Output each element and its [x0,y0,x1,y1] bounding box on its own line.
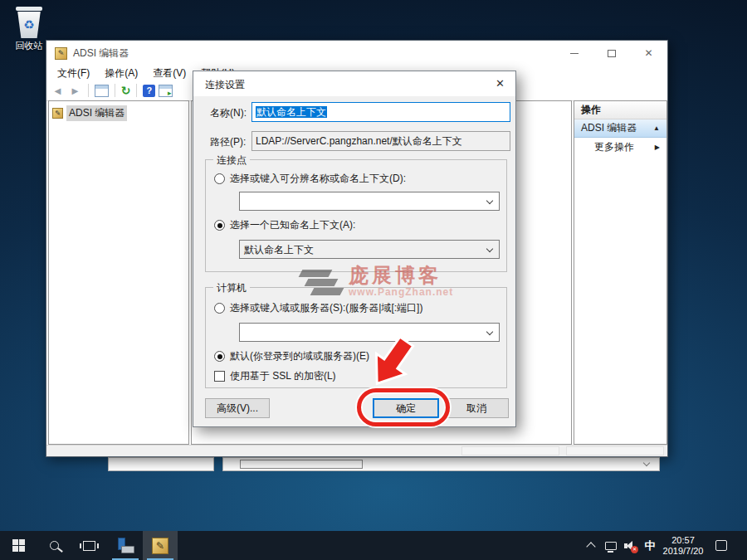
adsi-app-icon: ✎ [55,47,67,60]
taskbar-server-manager[interactable] [108,531,143,560]
tray-ime[interactable]: 中 [641,531,659,560]
maximize-icon [608,50,616,57]
radio-known-naming-context[interactable]: 选择一个已知命名上下文(A): [214,218,355,232]
chevron-down-icon [486,329,493,335]
start-button[interactable] [0,531,37,560]
radio-domain-or-server[interactable]: 选择或键入域或服务器(S):(服务器|域[:端口]) [214,301,422,315]
action-center-icon [715,540,727,551]
radio-checked-icon [214,351,225,362]
radio-checked-icon [214,220,225,231]
search-button[interactable] [37,531,71,560]
search-icon [50,541,59,550]
maximize-button[interactable] [593,41,630,66]
dialog-title: 连接设置 [205,78,245,92]
name-label: 名称(N): [210,106,247,120]
background-window-fragment [108,457,214,471]
toolbar-separator [115,84,115,97]
dialog-close-icon[interactable]: ✕ [496,77,505,90]
adsi-taskbar-icon: ✎ [152,538,168,554]
chevron-down-icon [643,460,650,466]
minimize-button[interactable] [555,41,593,66]
recycle-bin-icon: ♻ [17,12,42,38]
tray-network[interactable] [601,531,621,560]
actions-group-adsi-editor[interactable]: ADSI 编辑器 ▲ [574,119,666,138]
close-button[interactable]: ✕ [630,41,667,66]
adsi-node-icon: ✎ [52,108,63,119]
task-view-icon [83,541,95,551]
distinguished-name-combobox[interactable] [239,192,500,211]
radio-distinguished-name[interactable]: 选择或键入可分辨名称或命名上下文(D): [214,172,406,186]
cancel-button[interactable]: 取消 [444,398,509,418]
radio-domain-or-server-label: 选择或键入域或服务器(S):(服务器|域[:端口]) [230,301,422,315]
menu-view[interactable]: 查看(V) [145,66,193,81]
chevron-down-icon [486,197,493,204]
actions-pane: 操作 ADSI 编辑器 ▲ 更多操作 ▶ [574,100,667,445]
known-naming-context-combobox[interactable]: 默认命名上下文 [239,240,500,259]
toolbar-separator [136,84,137,97]
ssl-checkbox-label: 使用基于 SSL 的加密(L) [230,369,336,383]
tray-volume[interactable]: ✕ [621,531,641,560]
known-naming-context-value: 默认命名上下文 [244,244,314,256]
volume-muted-icon: ✕ [624,540,637,552]
window-title: ADSI 编辑器 [73,46,129,61]
computer-legend: 计算机 [213,281,250,295]
recycle-bin-label: 回收站 [7,40,51,52]
status-bar-section [461,446,559,455]
computer-groupbox: 计算机 选择或键入域或服务器(S):(服务器|域[:端口]) 默认(你登录到的域… [205,287,507,388]
tree-item-adsi-editor[interactable]: ✎ ADSI 编辑器 [52,105,188,121]
connection-point-legend: 连接点 [213,153,250,168]
server-manager-icon [116,538,134,554]
forward-icon[interactable]: ► [68,85,82,97]
recycle-bin-shortcut[interactable]: ♻ 回收站 [7,7,51,52]
refresh-icon[interactable]: ↻ [121,85,131,96]
tree-item-label: ADSI 编辑器 [66,105,127,121]
path-label: 路径(P): [210,135,246,149]
collapse-icon[interactable]: ▲ [653,124,660,132]
desktop: ♻ 回收站 ✎ ADSI 编辑器 ✕ 文件(F) 操作(A) 查看(V) 帮助(… [0,0,747,560]
close-icon: ✕ [644,47,652,59]
radio-default-domain[interactable]: 默认(你登录到的域或服务器)(E) [214,349,369,363]
background-field-fragment [240,460,363,469]
connection-point-groupbox: 连接点 选择或键入可分辨名称或命名上下文(D): 选择一个已知命名上下文(A):… [205,159,507,272]
mute-badge-icon: ✕ [631,546,638,553]
menu-action[interactable]: 操作(A) [97,66,145,81]
actions-more-actions[interactable]: 更多操作 ▶ [574,138,666,156]
chevron-up-icon [586,542,595,551]
show-action-pane-icon[interactable]: ▸ [159,85,173,97]
status-bar [46,445,667,456]
domain-or-server-combobox[interactable] [239,323,500,342]
advanced-button[interactable]: 高级(V)... [205,398,270,418]
radio-default-domain-label: 默认(你登录到的域或服务器)(E) [230,349,369,363]
back-icon[interactable]: ◄ [51,85,65,97]
expand-icon[interactable]: ▶ [655,144,660,151]
tray-show-hidden-icons[interactable] [581,531,601,560]
background-window-fragment [222,457,660,471]
path-input[interactable]: LDAP://ServerC.pangzhan.net/默认命名上下文 [251,131,510,151]
taskbar-adsi-editor[interactable]: ✎ [143,531,178,560]
help-icon[interactable]: ? [143,85,155,97]
task-view-button[interactable] [71,531,106,560]
network-icon [605,542,617,550]
name-input[interactable]: 默认命名上下文 [251,102,510,122]
window-titlebar[interactable]: ✎ ADSI 编辑器 ✕ [46,41,667,66]
taskbar: ✎ ✕ 中 20:57 2019/7/20 [0,531,747,560]
clock-date: 2019/7/20 [663,546,704,557]
radio-unchecked-icon [214,173,225,184]
tray-clock[interactable]: 20:57 2019/7/20 [659,531,707,560]
actions-group-label: ADSI 编辑器 [581,121,637,135]
show-console-tree-icon[interactable] [95,85,109,97]
console-tree-pane: ✎ ADSI 编辑器 [48,100,189,445]
action-center-button[interactable] [709,531,734,560]
status-bar-section [566,446,664,455]
radio-known-naming-context-label: 选择一个已知命名上下文(A): [230,218,355,232]
ssl-checkbox-row[interactable]: 使用基于 SSL 的加密(L) [214,369,336,383]
radio-unchecked-icon [214,303,225,314]
ok-button[interactable]: 确定 [373,398,439,418]
windows-logo-icon [12,539,25,552]
actions-pane-header: 操作 [574,101,666,119]
toolbar-separator [88,84,89,97]
connection-settings-dialog: 连接设置 ✕ 名称(N): 默认命名上下文 路径(P): LDAP://Serv… [193,71,516,427]
checkbox-unchecked-icon [214,371,225,382]
dialog-titlebar[interactable]: 连接设置 ✕ [193,71,515,96]
menu-file[interactable]: 文件(F) [50,66,97,81]
